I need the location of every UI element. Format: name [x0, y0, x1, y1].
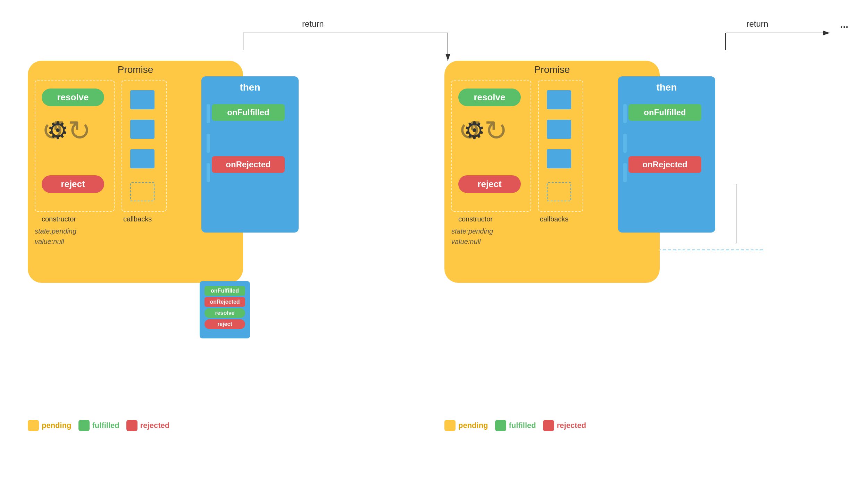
left-cb-sq3	[130, 149, 155, 168]
right-return-label: return	[746, 19, 768, 29]
left-value-text: value:null	[35, 238, 64, 246]
right-cb-sq1	[547, 90, 571, 109]
right-cb-sq2	[547, 120, 571, 139]
right-cycle-icon: ↺	[458, 115, 482, 147]
right-legend-rejected: rejected	[543, 420, 586, 431]
right-rejected-label: rejected	[557, 421, 586, 430]
left-then-sq3	[207, 163, 210, 182]
left-promise-title: Promise	[118, 64, 153, 75]
right-on-fulfilled: onFulfilled	[628, 104, 701, 121]
left-legend-rejected: rejected	[126, 420, 169, 431]
right-value-text: value:null	[451, 238, 481, 246]
left-pending-label: pending	[42, 421, 72, 430]
right-cb-sq3	[547, 149, 571, 168]
right-then-title: then	[624, 82, 710, 93]
left-state-text: state:pending	[35, 227, 76, 235]
left-resolve-btn: resolve	[42, 89, 104, 106]
right-callbacks-label: callbacks	[540, 215, 568, 223]
left-cb-sq-dashed	[130, 182, 155, 201]
right-legend-pending: pending	[444, 420, 488, 431]
right-rejected-color-sq	[543, 420, 554, 431]
right-promise-title: Promise	[534, 64, 570, 75]
right-cycle-icon2: ↺	[484, 115, 508, 147]
right-state-text: state:pending	[451, 227, 493, 235]
pending-color-sq	[28, 420, 39, 431]
left-on-rejected: onRejected	[212, 156, 285, 173]
left-then-sq2	[207, 134, 210, 153]
right-then-sq2	[623, 134, 627, 153]
mini-on-fulfilled: onFulfilled	[205, 286, 245, 296]
left-reject-btn: reject	[42, 175, 104, 193]
left-on-fulfilled: onFulfilled	[212, 104, 285, 121]
mini-reject: reject	[205, 319, 245, 329]
right-pending-label: pending	[458, 421, 488, 430]
right-then-sq1	[623, 104, 627, 123]
left-cb-sq1	[130, 90, 155, 109]
right-pending-color-sq	[444, 420, 456, 431]
right-fulfilled-label: fulfilled	[509, 421, 536, 430]
right-reject-btn: reject	[458, 175, 521, 193]
left-then-sq1	[207, 104, 210, 123]
right-legend: pending fulfilled rejected	[444, 420, 586, 431]
left-constructor-label: constructor	[42, 215, 76, 223]
left-callbacks-label: callbacks	[123, 215, 152, 223]
left-cycle-icon2: ↺	[68, 115, 91, 147]
right-cb-sq-dashed	[547, 182, 571, 201]
left-return-label: return	[302, 19, 324, 29]
right-fulfilled-color-sq	[495, 420, 506, 431]
left-legend-fulfilled: fulfilled	[78, 420, 119, 431]
rejected-color-sq	[126, 420, 137, 431]
right-on-rejected: onRejected	[628, 156, 701, 173]
diagram-container: Promise constructor callbacks resolve ⚙ …	[0, 0, 868, 488]
left-fulfilled-label: fulfilled	[92, 421, 119, 430]
left-rejected-label: rejected	[140, 421, 169, 430]
left-then-title: then	[207, 82, 293, 93]
right-then-box: then onFulfilled onRejected	[618, 76, 715, 233]
ellipsis-label: ...	[840, 19, 848, 30]
left-then-box: then onFulfilled onRejected	[201, 76, 299, 233]
left-cb-sq2	[130, 120, 155, 139]
mini-then-box: onFulfilled onRejected resolve reject	[200, 281, 250, 338]
right-legend-fulfilled: fulfilled	[495, 420, 536, 431]
left-legend: pending fulfilled rejected	[28, 420, 169, 431]
right-constructor-label: constructor	[458, 215, 493, 223]
right-resolve-btn: resolve	[458, 89, 521, 106]
mini-on-rejected: onRejected	[205, 297, 245, 307]
left-legend-pending: pending	[28, 420, 72, 431]
fulfilled-color-sq	[78, 420, 90, 431]
right-then-sq3	[623, 163, 627, 182]
left-cycle-icon: ↺	[42, 115, 65, 147]
mini-resolve: resolve	[205, 308, 245, 318]
